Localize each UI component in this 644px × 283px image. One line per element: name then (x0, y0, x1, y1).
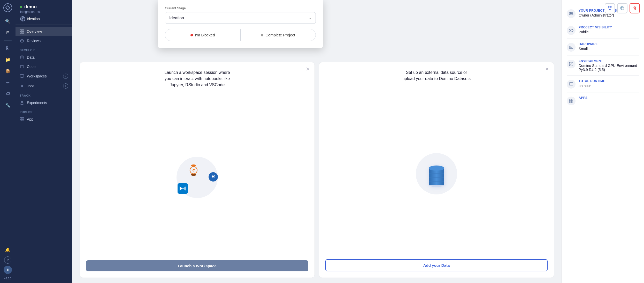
stage-select-value: Ideation (169, 16, 184, 20)
experiments-icon (20, 100, 24, 105)
project-name: demo (20, 4, 68, 10)
svg-rect-19 (621, 7, 624, 10)
sidebar-item-workspaces[interactable]: Workspaces › (16, 71, 72, 81)
environment-row: ENVIRONMENT Domino Standard GPU Environm… (567, 56, 639, 76)
svg-point-11 (21, 85, 23, 87)
sidebar-item-overview[interactable]: Overview (16, 27, 72, 36)
data-icon (20, 55, 24, 60)
svg-rect-10 (20, 75, 24, 77)
svg-rect-36 (569, 46, 573, 49)
folder-icon[interactable]: 📁 (3, 55, 12, 64)
workspace-card-text: Launch a workspace session where you can… (161, 69, 233, 88)
jobs-icon (20, 84, 24, 88)
chevron-down-icon: ⌄ (308, 15, 311, 20)
tag-icon[interactable]: 🏷 (3, 89, 12, 98)
code-label: Code (27, 65, 35, 69)
jobs-add-badge[interactable]: + (63, 83, 68, 89)
workspace-card-close[interactable] (305, 66, 311, 72)
project-visibility-label: PROJECT VISIBILITY (579, 26, 639, 29)
main-content: Current Stage Ideation ⌄ I'm Blocked Com… (72, 0, 644, 283)
grid-icon[interactable]: ⊞ (3, 28, 12, 37)
svg-rect-15 (22, 120, 24, 121)
box-icon[interactable]: 📦 (3, 66, 12, 76)
track-section-label: Track (16, 91, 72, 98)
svg-point-35 (570, 30, 572, 31)
data-card: Set up an external data source or upload… (319, 62, 554, 278)
svg-point-8 (21, 40, 22, 41)
project-access-value: Owner (Administrator) (579, 13, 639, 17)
sidebar-item-code[interactable]: Code (16, 62, 72, 71)
copy-button[interactable] (617, 3, 627, 13)
svg-rect-41 (569, 101, 571, 103)
blocked-dot (190, 34, 193, 36)
bell-icon[interactable]: 🔔 (3, 245, 12, 254)
hardware-value: Small (579, 47, 639, 51)
total-runtime-label: TOTAL RUNTIME (579, 79, 639, 83)
add-data-button[interactable]: Add your Data (325, 259, 548, 271)
apps-row: APPS (567, 92, 639, 109)
svg-point-2 (22, 18, 23, 19)
refresh-icon[interactable]: ↩ (3, 78, 12, 87)
stage-select-dropdown[interactable]: Ideation ⌄ (165, 12, 316, 24)
svg-rect-3 (20, 30, 22, 31)
svg-point-9 (21, 56, 23, 57)
code-icon (20, 64, 24, 69)
jobs-label: Jobs (27, 84, 35, 88)
project-visibility-icon (567, 26, 576, 35)
workspace-illustration: Jup R (174, 97, 220, 258)
sidebar-item-app[interactable]: App (16, 115, 72, 124)
wrench-icon[interactable]: 🔧 (3, 100, 12, 110)
app-logo[interactable] (3, 3, 12, 12)
data-card-close[interactable] (544, 66, 550, 72)
workspaces-label: Workspaces (27, 74, 47, 78)
stage-icon (20, 16, 25, 21)
data-card-text: Set up an external data source or upload… (400, 69, 473, 82)
rstudio-icon: R (209, 172, 218, 182)
develop-section-label: Develop (16, 45, 72, 53)
vscode-icon (178, 183, 188, 194)
data-label: Data (27, 55, 35, 59)
complete-project-button[interactable]: Complete Project (241, 29, 316, 41)
im-blocked-button[interactable]: I'm Blocked (165, 29, 241, 41)
svg-rect-29 (429, 173, 444, 174)
app-label: App (27, 117, 33, 121)
cards-row: Launch a workspace session where you can… (72, 57, 561, 283)
apps-row-icon (567, 97, 576, 105)
data-illustration (413, 91, 460, 257)
workspaces-badge[interactable]: › (63, 74, 68, 79)
stage-actions: I'm Blocked Complete Project (165, 29, 316, 41)
svg-rect-4 (22, 30, 24, 31)
total-runtime-icon (567, 80, 576, 89)
hardware-row: HARDWARE Small (567, 39, 639, 56)
sidebar-item-jobs[interactable]: Jobs + (16, 81, 72, 91)
stage-indicator[interactable]: Ideation (20, 16, 68, 21)
project-visibility-value: Public (579, 30, 639, 34)
environment-icon (567, 60, 576, 68)
sidebar-item-reviews[interactable]: Reviews (16, 36, 72, 45)
apps-label: APPS (579, 96, 639, 100)
reviews-icon (20, 38, 24, 43)
project-access-icon (567, 9, 576, 18)
sidebar-item-data[interactable]: Data (16, 53, 72, 62)
svg-rect-12 (20, 117, 22, 119)
separator-line (4, 40, 12, 41)
overview-label: Overview (27, 29, 42, 34)
delete-button[interactable] (630, 3, 640, 13)
jupyter-icon: Jup (187, 164, 200, 177)
app-icon (20, 117, 24, 122)
top-right-actions (605, 3, 640, 13)
workspaces-icon (20, 74, 24, 78)
fork-button[interactable] (605, 3, 615, 13)
database-icon[interactable]: 🗄 (3, 44, 12, 53)
svg-rect-40 (571, 99, 573, 101)
pause-button[interactable]: ⏸ (4, 266, 12, 274)
help-icon[interactable]: ? (4, 256, 11, 264)
total-runtime-row: TOTAL RUNTIME an hour (567, 76, 639, 92)
svg-point-28 (429, 166, 444, 171)
svg-rect-13 (22, 117, 24, 119)
sidebar-item-experiments[interactable]: Experiments (16, 98, 72, 107)
launch-workspace-button[interactable]: Launch a Workspace (86, 260, 308, 271)
current-stage-label: Current Stage (165, 6, 316, 10)
search-icon[interactable]: 🔍 (3, 17, 12, 26)
svg-rect-42 (571, 101, 573, 103)
